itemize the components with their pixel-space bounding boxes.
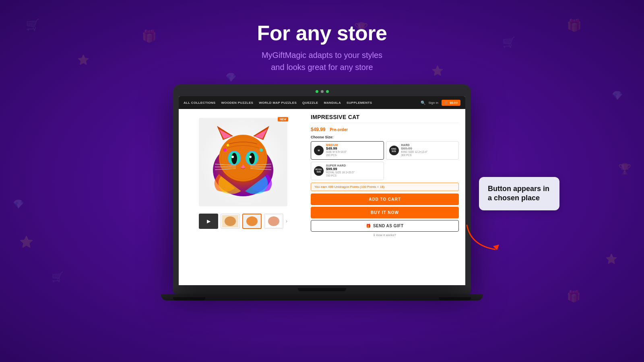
laptop-foot-left (173, 297, 205, 300)
size-option-medium[interactable]: M MEDIUM $49.99 SIZE M 9.5×10.6" 200 PCS (311, 141, 384, 160)
product-image-area: NEW (179, 109, 308, 285)
how-it-works[interactable]: ℹ How it works? (311, 233, 459, 237)
size-options-grid: M MEDIUM $49.99 SIZE M 9.5×10.6" 200 PCS (311, 141, 459, 160)
svg-point-28 (225, 216, 236, 226)
nav-quezzle[interactable]: QUEZZLE (302, 101, 318, 105)
page-header: For any store MyGiftMagic adapts to your… (0, 0, 644, 73)
laptop-base (173, 285, 471, 294)
thumbnail-3[interactable] (264, 214, 283, 229)
laptop-body: ALL COLLECTIONS WOODEN PUZZLES WORLD MAP… (173, 84, 471, 285)
size-circle-king: KING SIZE (389, 146, 399, 155)
store-nav: ALL COLLECTIONS WOODEN PUZZLES WORLD MAP… (179, 96, 465, 109)
laptop-foot-right (439, 297, 471, 300)
thumbnail-next-icon[interactable]: › (286, 218, 287, 224)
size-option-royal-wrapper: ROYAL SIZE SUPER HARD $99.99 ROYAL SIZE … (311, 162, 385, 180)
page-subtitle: MyGiftMagic adapts to your styles and lo… (0, 49, 644, 73)
laptop-screen: ALL COLLECTIONS WOODEN PUZZLES WORLD MAP… (179, 96, 465, 285)
product-main-image: NEW (195, 114, 291, 210)
nav-world-map[interactable]: WORLD MAP PUZZLES (259, 101, 297, 105)
svg-point-15 (249, 156, 252, 158)
callout-bubble: Button appears in a chosen place (479, 177, 559, 210)
choose-size-label: Choose Size: (311, 135, 459, 139)
size-desc-medium: SIZE M 9.5×10.6" 200 PCS (326, 150, 381, 157)
camera-dot-green (316, 90, 318, 93)
store-content: NEW (179, 109, 465, 285)
laptop-mockup: ALL COLLECTIONS WOODEN PUZZLES WORLD MAP… (173, 84, 471, 300)
product-price: $49.99 (311, 127, 326, 132)
product-details: IMPRESSIVE CAT $49.99 Pre-order Choose S… (308, 109, 465, 285)
size-price-medium: $49.99 (326, 146, 381, 150)
sign-in-btn[interactable]: Sign in (429, 101, 438, 105)
svg-point-12 (231, 153, 237, 164)
nav-mandala[interactable]: MANDALA (324, 101, 341, 105)
size-circle-m: M (314, 146, 324, 155)
size-desc-king: KING SIZE 12.2×13.4" 300 PCS (401, 150, 456, 157)
size-price-king: $69.99 (401, 146, 456, 150)
size-tag-royal: SUPER HARD (326, 164, 381, 167)
cat-illustration (199, 118, 287, 206)
svg-point-30 (246, 216, 258, 226)
points-banner: You earn 499 Unidragon Points (100 Point… (311, 183, 459, 191)
size-option-royal[interactable]: ROYAL SIZE SUPER HARD $99.99 ROYAL SIZE … (311, 162, 384, 180)
gift-icon: 🎁 (366, 224, 371, 228)
callout-text: Button appears in a chosen place (488, 184, 551, 203)
size-tag-king: HARD (401, 144, 456, 146)
svg-point-14 (231, 156, 234, 158)
product-name: IMPRESSIVE CAT (311, 114, 459, 123)
svg-point-24 (260, 148, 263, 152)
page-title: For any store (0, 21, 644, 45)
callout-arrow (463, 221, 511, 253)
add-to-cart-button[interactable]: ADD TO CART (311, 193, 459, 205)
nav-supplements[interactable]: SUPPLEMENTS (347, 101, 372, 105)
thumbnail-1[interactable] (221, 214, 240, 229)
nav-all-collections[interactable]: ALL COLLECTIONS (184, 101, 215, 105)
thumbnail-row: ▶ › (199, 214, 287, 229)
pre-order-badge: Pre-order (330, 128, 348, 132)
laptop-hinge (298, 288, 346, 291)
laptop-feet (161, 294, 483, 300)
size-circle-royal: ROYAL SIZE (314, 166, 324, 176)
send-as-gift-button[interactable]: 🎁 SEND AS GIFT (311, 220, 459, 232)
new-badge: NEW (278, 117, 288, 121)
size-desc-royal: ROYAL SIZE 18.1×20.5" 700 PCS (326, 171, 381, 178)
svg-point-25 (227, 144, 229, 146)
nav-icons: 🔍 Sign in 🛒 $0.00 (421, 100, 461, 106)
camera-dot-right (326, 90, 329, 93)
buy-it-now-button[interactable]: BUY IT NOW (311, 207, 459, 218)
laptop-camera-bar (179, 90, 465, 96)
search-icon[interactable]: 🔍 (421, 101, 425, 105)
thumbnail-video[interactable]: ▶ (199, 214, 218, 229)
size-option-king[interactable]: KING SIZE HARD $69.99 KING SIZE 12.2×13.… (386, 141, 459, 160)
svg-point-26 (257, 144, 260, 146)
nav-wooden-puzzles[interactable]: WOODEN PUZZLES (221, 101, 253, 105)
size-tag-medium: MEDIUM (326, 144, 381, 146)
svg-point-32 (268, 216, 279, 226)
info-icon: ℹ (374, 233, 375, 237)
price-row: $49.99 Pre-order (311, 125, 459, 133)
cart-button[interactable]: 🛒 $0.00 (442, 100, 460, 106)
size-price-royal: $99.99 (326, 167, 381, 171)
thumbnail-2[interactable] (242, 214, 262, 229)
svg-point-13 (249, 153, 255, 164)
svg-point-23 (223, 148, 227, 152)
camera-dot-center (321, 90, 324, 93)
